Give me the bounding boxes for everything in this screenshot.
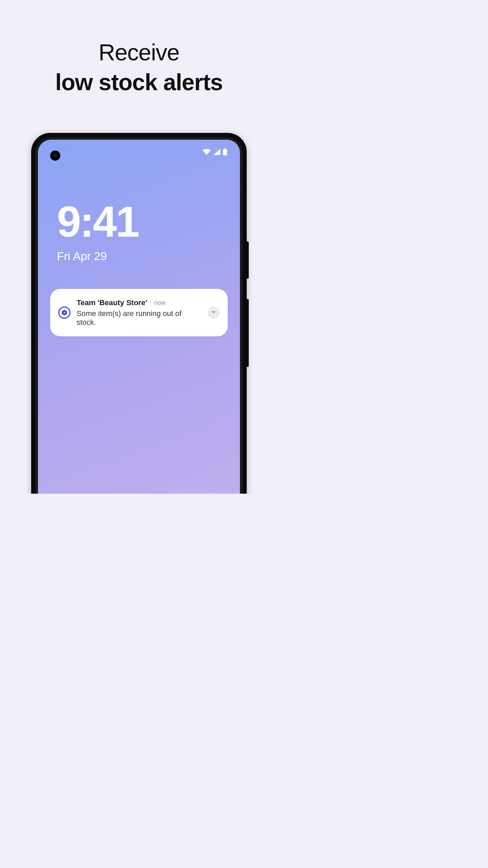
lockscreen-date: Fri Apr 29	[57, 250, 138, 263]
wifi-icon	[203, 149, 211, 155]
notification-expand-button[interactable]	[207, 307, 220, 319]
phone-frame: 9:41 Fri Apr 29 Team 'Beauty Store' · no…	[31, 133, 247, 494]
notification-content: Team 'Beauty Store' · now Some item(s) a…	[77, 298, 201, 327]
camera-punchhole	[50, 151, 60, 161]
cellular-icon	[214, 149, 220, 155]
notification-title: Team 'Beauty Store'	[77, 298, 147, 307]
app-icon	[58, 307, 70, 319]
phone-screen: 9:41 Fri Apr 29 Team 'Beauty Store' · no…	[38, 140, 240, 494]
battery-icon	[223, 149, 227, 155]
headline-line2: low stock alerts	[0, 69, 278, 95]
lockscreen-clock: 9:41 Fri Apr 29	[57, 200, 138, 263]
headline-line1: Receive	[0, 39, 278, 65]
notification-separator: ·	[150, 300, 151, 306]
notification-time: now	[154, 299, 165, 307]
phone-volume-button	[247, 299, 249, 367]
notification-card[interactable]: Team 'Beauty Store' · now Some item(s) a…	[50, 289, 228, 336]
svg-rect-0	[223, 149, 227, 155]
chevron-down-icon	[211, 309, 216, 316]
promo-headline: Receive low stock alerts	[0, 0, 278, 95]
svg-rect-1	[224, 149, 226, 150]
status-bar	[203, 149, 227, 155]
notification-body: Some item(s) are running out of stock.	[77, 309, 201, 327]
lockscreen-time: 9:41	[57, 200, 138, 243]
phone-power-button	[247, 241, 249, 279]
